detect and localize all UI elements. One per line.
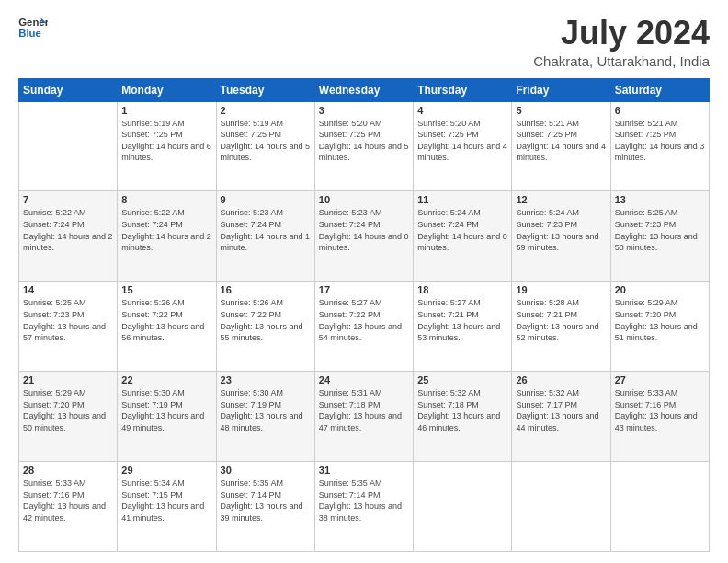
day-number: 19 <box>516 284 606 295</box>
day-info: Sunrise: 5:23 AMSunset: 7:24 PMDaylight:… <box>221 207 311 253</box>
day-number: 22 <box>121 374 211 385</box>
table-row: 6Sunrise: 5:21 AMSunset: 7:25 PMDaylight… <box>610 101 709 191</box>
day-info: Sunrise: 5:25 AMSunset: 7:23 PMDaylight:… <box>23 297 113 343</box>
day-info: Sunrise: 5:20 AMSunset: 7:25 PMDaylight:… <box>417 118 507 164</box>
day-number: 13 <box>615 194 705 205</box>
table-row: 13Sunrise: 5:25 AMSunset: 7:23 PMDayligh… <box>610 191 709 282</box>
table-row: 30Sunrise: 5:35 AMSunset: 7:14 PMDayligh… <box>216 462 314 552</box>
day-info: Sunrise: 5:29 AMSunset: 7:20 PMDaylight:… <box>615 297 705 343</box>
table-row: 2Sunrise: 5:19 AMSunset: 7:25 PMDaylight… <box>216 101 314 191</box>
day-info: Sunrise: 5:26 AMSunset: 7:22 PMDaylight:… <box>121 297 211 343</box>
day-number: 14 <box>23 284 113 295</box>
day-info: Sunrise: 5:29 AMSunset: 7:20 PMDaylight:… <box>23 387 113 433</box>
table-row: 10Sunrise: 5:23 AMSunset: 7:24 PMDayligh… <box>314 191 413 282</box>
day-number: 25 <box>417 374 507 385</box>
table-row: 5Sunrise: 5:21 AMSunset: 7:25 PMDaylight… <box>512 101 610 191</box>
day-number: 7 <box>23 194 113 205</box>
day-info: Sunrise: 5:20 AMSunset: 7:25 PMDaylight:… <box>319 118 409 164</box>
day-info: Sunrise: 5:22 AMSunset: 7:24 PMDaylight:… <box>23 207 113 253</box>
page: General Blue July 2024 Chakrata, Uttarak… <box>0 0 728 563</box>
main-title: July 2024 <box>533 15 710 52</box>
table-row <box>19 101 118 191</box>
col-monday: Monday <box>118 78 216 101</box>
day-info: Sunrise: 5:34 AMSunset: 7:15 PMDaylight:… <box>121 477 211 523</box>
svg-text:Blue: Blue <box>18 28 41 39</box>
day-info: Sunrise: 5:30 AMSunset: 7:19 PMDaylight:… <box>221 387 311 433</box>
table-row: 12Sunrise: 5:24 AMSunset: 7:23 PMDayligh… <box>512 191 610 282</box>
day-number: 30 <box>221 465 311 476</box>
day-number: 15 <box>121 284 211 295</box>
table-row: 18Sunrise: 5:27 AMSunset: 7:21 PMDayligh… <box>414 282 512 372</box>
day-info: Sunrise: 5:28 AMSunset: 7:21 PMDaylight:… <box>516 297 606 343</box>
day-number: 27 <box>615 374 705 385</box>
table-row: 20Sunrise: 5:29 AMSunset: 7:20 PMDayligh… <box>610 282 709 372</box>
table-row: 31Sunrise: 5:35 AMSunset: 7:14 PMDayligh… <box>314 462 413 552</box>
table-row: 25Sunrise: 5:32 AMSunset: 7:18 PMDayligh… <box>414 372 512 462</box>
table-row: 19Sunrise: 5:28 AMSunset: 7:21 PMDayligh… <box>512 282 610 372</box>
col-thursday: Thursday <box>414 78 512 101</box>
calendar-week-row: 28Sunrise: 5:33 AMSunset: 7:16 PMDayligh… <box>19 462 710 552</box>
table-row: 26Sunrise: 5:32 AMSunset: 7:17 PMDayligh… <box>512 372 610 462</box>
day-number: 28 <box>23 465 113 476</box>
table-row: 29Sunrise: 5:34 AMSunset: 7:15 PMDayligh… <box>118 462 216 552</box>
table-row: 21Sunrise: 5:29 AMSunset: 7:20 PMDayligh… <box>19 372 118 462</box>
day-info: Sunrise: 5:21 AMSunset: 7:25 PMDaylight:… <box>516 118 606 164</box>
day-number: 8 <box>121 194 211 205</box>
day-info: Sunrise: 5:35 AMSunset: 7:14 PMDaylight:… <box>319 477 409 523</box>
day-number: 16 <box>221 284 311 295</box>
col-tuesday: Tuesday <box>216 78 314 101</box>
day-info: Sunrise: 5:26 AMSunset: 7:22 PMDaylight:… <box>221 297 311 343</box>
day-number: 4 <box>417 105 507 116</box>
logo-icon: General Blue <box>18 15 48 40</box>
day-info: Sunrise: 5:27 AMSunset: 7:21 PMDaylight:… <box>417 297 507 343</box>
table-row <box>414 462 512 552</box>
table-row: 8Sunrise: 5:22 AMSunset: 7:24 PMDaylight… <box>118 191 216 282</box>
day-number: 24 <box>319 374 409 385</box>
day-info: Sunrise: 5:27 AMSunset: 7:22 PMDaylight:… <box>319 297 409 343</box>
calendar-table: Sunday Monday Tuesday Wednesday Thursday… <box>18 78 710 552</box>
day-number: 26 <box>516 374 606 385</box>
calendar-week-row: 1Sunrise: 5:19 AMSunset: 7:25 PMDaylight… <box>19 101 710 191</box>
day-number: 29 <box>121 465 211 476</box>
table-row: 7Sunrise: 5:22 AMSunset: 7:24 PMDaylight… <box>19 191 118 282</box>
table-row: 24Sunrise: 5:31 AMSunset: 7:18 PMDayligh… <box>314 372 413 462</box>
day-info: Sunrise: 5:30 AMSunset: 7:19 PMDaylight:… <box>121 387 211 433</box>
day-info: Sunrise: 5:31 AMSunset: 7:18 PMDaylight:… <box>319 387 409 433</box>
svg-text:General: General <box>18 17 48 28</box>
day-info: Sunrise: 5:24 AMSunset: 7:23 PMDaylight:… <box>516 207 606 253</box>
calendar-week-row: 14Sunrise: 5:25 AMSunset: 7:23 PMDayligh… <box>19 282 710 372</box>
day-number: 1 <box>121 105 211 116</box>
day-number: 31 <box>319 465 409 476</box>
title-block: July 2024 Chakrata, Uttarakhand, India <box>533 15 710 69</box>
day-info: Sunrise: 5:22 AMSunset: 7:24 PMDaylight:… <box>121 207 211 253</box>
day-info: Sunrise: 5:32 AMSunset: 7:17 PMDaylight:… <box>516 387 606 433</box>
day-number: 18 <box>417 284 507 295</box>
day-info: Sunrise: 5:19 AMSunset: 7:25 PMDaylight:… <box>221 118 311 164</box>
table-row: 28Sunrise: 5:33 AMSunset: 7:16 PMDayligh… <box>19 462 118 552</box>
day-info: Sunrise: 5:23 AMSunset: 7:24 PMDaylight:… <box>319 207 409 253</box>
day-number: 9 <box>221 194 311 205</box>
table-row: 4Sunrise: 5:20 AMSunset: 7:25 PMDaylight… <box>414 101 512 191</box>
logo: General Blue <box>18 15 48 40</box>
day-number: 6 <box>615 105 705 116</box>
col-sunday: Sunday <box>19 78 118 101</box>
day-number: 17 <box>319 284 409 295</box>
table-row: 9Sunrise: 5:23 AMSunset: 7:24 PMDaylight… <box>216 191 314 282</box>
table-row: 23Sunrise: 5:30 AMSunset: 7:19 PMDayligh… <box>216 372 314 462</box>
calendar-week-row: 7Sunrise: 5:22 AMSunset: 7:24 PMDaylight… <box>19 191 710 282</box>
day-info: Sunrise: 5:21 AMSunset: 7:25 PMDaylight:… <box>615 118 705 164</box>
day-number: 23 <box>221 374 311 385</box>
table-row: 1Sunrise: 5:19 AMSunset: 7:25 PMDaylight… <box>118 101 216 191</box>
day-number: 2 <box>221 105 311 116</box>
day-number: 21 <box>23 374 113 385</box>
calendar-header-row: Sunday Monday Tuesday Wednesday Thursday… <box>19 78 710 101</box>
header: General Blue July 2024 Chakrata, Uttarak… <box>18 15 710 69</box>
day-info: Sunrise: 5:25 AMSunset: 7:23 PMDaylight:… <box>615 207 705 253</box>
day-info: Sunrise: 5:35 AMSunset: 7:14 PMDaylight:… <box>221 477 311 523</box>
col-saturday: Saturday <box>610 78 709 101</box>
table-row: 15Sunrise: 5:26 AMSunset: 7:22 PMDayligh… <box>118 282 216 372</box>
day-info: Sunrise: 5:33 AMSunset: 7:16 PMDaylight:… <box>23 477 113 523</box>
col-wednesday: Wednesday <box>314 78 413 101</box>
day-info: Sunrise: 5:19 AMSunset: 7:25 PMDaylight:… <box>121 118 211 164</box>
table-row: 22Sunrise: 5:30 AMSunset: 7:19 PMDayligh… <box>118 372 216 462</box>
